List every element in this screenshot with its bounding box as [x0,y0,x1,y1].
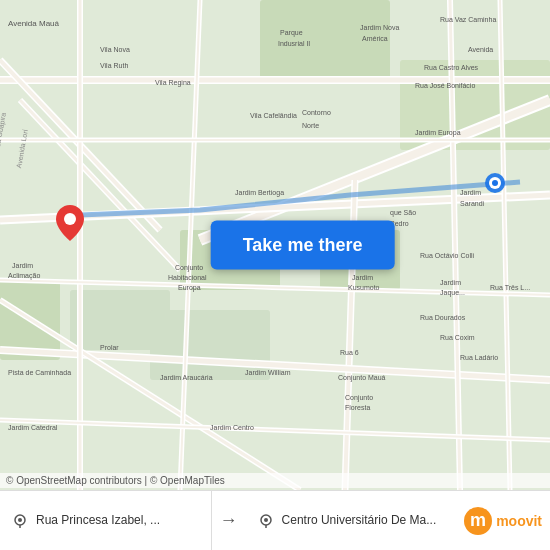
svg-text:Jardim Catedral: Jardim Catedral [8,424,58,431]
svg-text:Conjunto: Conjunto [175,264,203,272]
svg-text:Rua Octávio Colli: Rua Octávio Colli [420,252,475,259]
svg-text:América: América [362,35,388,42]
svg-text:Jardim Centro: Jardim Centro [210,424,254,431]
svg-point-95 [264,518,268,522]
svg-text:Jardim William: Jardim William [245,369,291,376]
svg-text:Conjunto: Conjunto [345,394,373,402]
origin-label: Rua Princesa Izabel, ... [36,513,160,529]
svg-text:Rua Ladário: Rua Ladário [460,354,498,361]
destination-location-icon [258,513,274,529]
svg-text:Europa: Europa [178,284,201,292]
svg-text:Vila Ruth: Vila Ruth [100,62,128,69]
arrow-icon: → [220,510,238,531]
svg-text:Avenida: Avenida [468,46,493,53]
svg-text:Vila Regina: Vila Regina [155,79,191,87]
svg-text:Indusrial II: Indusrial II [278,40,310,47]
origin-location-icon [12,513,28,529]
destination-label: Centro Universitário De Ma... [282,513,437,529]
svg-text:Floresta: Floresta [345,404,370,411]
svg-text:Jardim: Jardim [352,274,373,281]
moovit-text: moovit [496,513,542,529]
svg-text:Pista de Caminhada: Pista de Caminhada [8,369,71,376]
svg-text:Parque: Parque [280,29,303,37]
svg-text:Conjunto Mauá: Conjunto Mauá [338,374,386,382]
svg-text:Rua Coxim: Rua Coxim [440,334,475,341]
svg-text:Jardim Araucária: Jardim Araucária [160,374,213,381]
svg-text:Jardim Nova: Jardim Nova [360,24,399,31]
origin-pin [56,205,84,245]
take-me-there-button[interactable]: Take me there [211,221,395,270]
svg-text:Jardim: Jardim [460,189,481,196]
svg-text:Habitacional: Habitacional [168,274,207,281]
svg-text:Jardim: Jardim [440,279,461,286]
svg-text:Sarandi: Sarandi [460,200,485,207]
svg-point-89 [492,180,498,186]
svg-point-90 [64,213,76,225]
svg-text:Jardim Bertioga: Jardim Bertioga [235,189,284,197]
svg-text:Vila Nova: Vila Nova [100,46,130,53]
svg-text:Rua 6: Rua 6 [340,349,359,356]
svg-text:que São: que São [390,209,416,217]
moovit-logo: m moovit [456,507,550,535]
bottom-bar: Rua Princesa Izabel, ... → Centro Univer… [0,490,550,550]
svg-text:Rua José Bonifácio: Rua José Bonifácio [415,82,475,89]
svg-text:Jardim Europa: Jardim Europa [415,129,461,137]
map-attribution: © OpenStreetMap contributors | © OpenMap… [0,473,550,488]
origin-section[interactable]: Rua Princesa Izabel, ... [0,491,212,550]
map-container: Avenida Mauá Vila Nova Vila Ruth Vila Re… [0,0,550,490]
svg-text:Norte: Norte [302,122,319,129]
svg-text:Contorno: Contorno [302,109,331,116]
destination-section[interactable]: Centro Universitário De Ma... [246,491,457,550]
svg-text:Rua Dourados: Rua Dourados [420,314,466,321]
moovit-icon: m [464,507,492,535]
svg-text:Rua Três L...: Rua Três L... [490,284,530,291]
svg-text:Jardim: Jardim [12,262,33,269]
svg-text:Vila Cafelândia: Vila Cafelândia [250,112,297,119]
svg-text:Kusumoto: Kusumoto [348,284,380,291]
svg-text:Rua Castro Alves: Rua Castro Alves [424,64,479,71]
svg-text:Prolar: Prolar [100,344,119,351]
svg-text:Avenida Mauá: Avenida Mauá [8,19,60,28]
svg-text:Aclimação: Aclimação [8,272,40,280]
svg-point-92 [18,518,22,522]
svg-text:Rua Vaz Caminha: Rua Vaz Caminha [440,16,496,23]
svg-text:Jaque...: Jaque... [440,289,465,297]
